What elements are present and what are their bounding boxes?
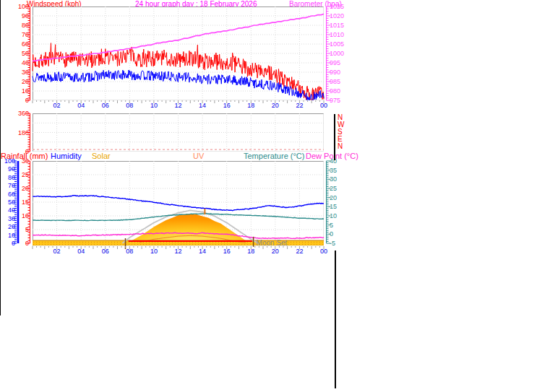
legend-solar: Solar bbox=[92, 152, 111, 160]
axis-tick-label: 180 bbox=[13, 129, 29, 136]
axis-tick-label: 0 bbox=[13, 240, 29, 247]
hour-label: 00 bbox=[318, 102, 330, 109]
axis-tick-label: 100 bbox=[13, 3, 29, 10]
hour-label: 06 bbox=[100, 248, 111, 255]
axis-tick-label: 5 bbox=[330, 222, 347, 229]
axis-tick-label: 20 bbox=[13, 78, 29, 85]
axis-tick-label: 40 bbox=[13, 59, 29, 66]
axis-tick-label: 980 bbox=[330, 87, 347, 95]
axis-tick-label: 30 bbox=[330, 175, 347, 183]
axis-tick-label: 1015 bbox=[330, 22, 347, 29]
hour-label: 04 bbox=[75, 102, 87, 109]
axis-tick-label: 975 bbox=[330, 97, 347, 104]
axis-tick-label: 90 bbox=[13, 12, 29, 19]
axis-tick-label: 1005 bbox=[330, 40, 347, 48]
svg-text:Moon Set: Moon Set bbox=[257, 239, 288, 247]
axis-tick-label: 25 bbox=[13, 171, 29, 178]
axis-tick-label: 1020 bbox=[330, 12, 347, 19]
hour-label: 02 bbox=[51, 248, 63, 255]
hour-label: 00 bbox=[318, 248, 330, 255]
axis-tick-label: 0 bbox=[13, 97, 29, 104]
axis-tick-label: 20 bbox=[330, 194, 347, 201]
axis-tick-label: 30 bbox=[13, 69, 29, 76]
weather-graph-window: Windspeed (kph) 24 hour graph day : 18 F… bbox=[0, 0, 550, 392]
axis-tick-label: 10 bbox=[330, 212, 347, 219]
hour-label: 12 bbox=[173, 102, 184, 109]
axis-tick-label: -5 bbox=[330, 240, 347, 247]
axis-tick-label: 10 bbox=[13, 87, 29, 95]
axis-tick-label: 985 bbox=[330, 78, 347, 85]
hour-label: 12 bbox=[173, 248, 184, 255]
axis-tick-label: 15 bbox=[330, 203, 347, 210]
svg-text:N: N bbox=[338, 142, 343, 150]
right-border-line-lower bbox=[335, 251, 336, 388]
axis-tick-label: 70 bbox=[13, 31, 29, 38]
hour-label: 20 bbox=[270, 102, 281, 109]
axis-tick-label: 40 bbox=[330, 157, 347, 165]
axis-tick-label: 1000 bbox=[330, 50, 347, 57]
legend-temperature: Temperature (°C) bbox=[244, 152, 304, 160]
axis-tick-label: 1010 bbox=[330, 31, 347, 38]
axis-tick-label: 25 bbox=[330, 185, 347, 192]
axis-tick-label: 60 bbox=[13, 40, 29, 48]
legend-humidity: Humidity bbox=[51, 152, 82, 160]
axis-tick-label: 20 bbox=[13, 185, 29, 192]
axis-tick-label: 5 bbox=[13, 226, 29, 233]
multi-sensor-chart: Moon Set bbox=[33, 161, 324, 246]
hour-label: 14 bbox=[197, 102, 208, 109]
hour-label: 18 bbox=[245, 248, 257, 255]
hour-label: 02 bbox=[51, 102, 63, 109]
hour-label: 04 bbox=[75, 248, 87, 255]
axis-tick-label: 10 bbox=[13, 212, 29, 219]
hour-label: 22 bbox=[293, 248, 305, 255]
axis-tick-label: 30 bbox=[13, 157, 29, 165]
hour-label: 08 bbox=[124, 102, 135, 109]
axis-tick-label: 50 bbox=[13, 50, 29, 57]
axis-tick-label: 990 bbox=[330, 69, 347, 76]
axis-tick-label: 1025 bbox=[330, 3, 347, 10]
axis-tick-label: 80 bbox=[13, 22, 29, 29]
hour-label: 10 bbox=[148, 248, 160, 255]
hour-label: 16 bbox=[221, 248, 233, 255]
hour-label: 06 bbox=[100, 102, 111, 109]
wind-direction-chart: NWSEN bbox=[33, 113, 324, 152]
windspeed-barometer-chart bbox=[33, 6, 324, 100]
legend-uv: UV bbox=[193, 152, 204, 160]
axis-tick-label: 0 bbox=[13, 148, 29, 155]
hour-label: 14 bbox=[197, 248, 208, 255]
axis-tick-label: 15 bbox=[13, 199, 29, 206]
axis-tick-label: 360 bbox=[13, 110, 29, 117]
axis-tick-label: 35 bbox=[330, 167, 347, 174]
axis-tick-label: 995 bbox=[330, 59, 347, 66]
hour-label: 10 bbox=[148, 102, 160, 109]
hour-label: 22 bbox=[293, 102, 305, 109]
hour-label: 08 bbox=[124, 248, 135, 255]
hour-label: 16 bbox=[221, 102, 233, 109]
right-border-line-upper bbox=[334, 114, 335, 160]
hour-label: 18 bbox=[245, 102, 257, 109]
hour-label: 20 bbox=[270, 248, 281, 255]
axis-tick-label: 0 bbox=[330, 230, 347, 238]
